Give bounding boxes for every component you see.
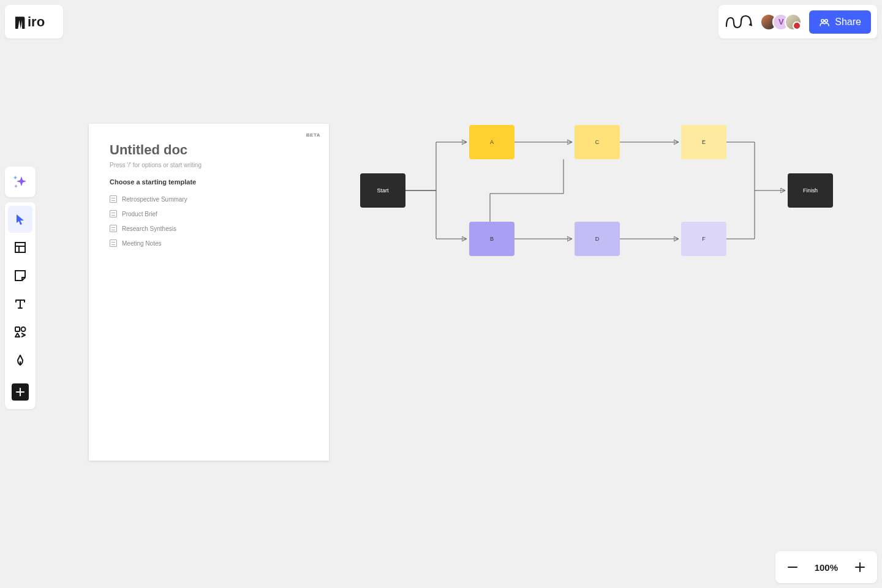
template-item-notes[interactable]: Meeting Notes [110,236,308,251]
talktrack-icon[interactable] [725,12,753,32]
pen-icon [13,353,27,367]
zoom-in-button[interactable] [848,555,872,579]
doc-icon [110,225,117,232]
frame-icon [13,241,27,254]
doc-title[interactable]: Untitled doc [110,142,308,158]
flow-node-f[interactable]: F [681,222,726,256]
node-label: D [595,236,600,242]
node-label: B [490,236,494,242]
select-tool[interactable] [8,206,32,233]
flow-node-start[interactable]: Start [360,173,405,208]
zoom-out-button[interactable] [780,555,805,579]
flow-node-d[interactable]: D [575,222,620,256]
node-label: C [595,139,600,145]
template-label: Product Brief [122,211,157,217]
avatar-user-3[interactable] [785,13,802,31]
share-icon [819,17,830,28]
shapes-icon [13,325,27,339]
document-card[interactable]: BETA Untitled doc Press '/' for options … [89,124,329,461]
miro-logo-icon: iro [15,15,53,29]
flow-node-finish[interactable]: Finish [788,173,833,208]
svg-rect-4 [15,243,25,252]
doc-icon [110,195,117,203]
node-label: E [702,139,706,145]
ai-tool-button[interactable] [5,167,36,197]
minus-icon [787,562,798,573]
avatar-initial: V [778,17,784,26]
app-logo[interactable]: iro [5,5,63,39]
doc-subhead: Choose a starting template [110,178,308,186]
template-item-brief[interactable]: Product Brief [110,206,308,221]
node-label: A [490,139,494,145]
node-label: Start [377,187,388,194]
zoom-controls: 100% [775,551,877,583]
svg-rect-7 [15,327,20,331]
template-item-research[interactable]: Research Synthesis [110,221,308,236]
share-label: Share [835,17,861,28]
node-label: Finish [803,187,818,194]
pen-tool[interactable] [8,347,32,374]
plus-icon [854,562,865,573]
flow-node-e[interactable]: E [681,125,726,159]
beta-badge: BETA [306,132,320,138]
svg-text:iro: iro [28,15,45,29]
doc-icon [110,239,117,247]
flow-node-a[interactable]: A [469,125,514,159]
svg-point-8 [21,327,26,331]
svg-point-3 [825,19,827,21]
zoom-level[interactable]: 100% [810,562,843,573]
svg-point-2 [821,19,824,21]
doc-icon [110,210,117,217]
doc-hint: Press '/' for options or start writing [110,162,308,168]
text-tool[interactable] [8,290,32,317]
sticky-note-icon [13,269,27,282]
template-item-retro[interactable]: Retrospective Summary [110,192,308,206]
header-right-panel: V Share [718,5,877,39]
node-label: F [702,236,706,242]
sparkle-icon [12,174,28,190]
frame-tool[interactable] [8,234,32,261]
add-tool[interactable] [8,379,32,405]
sticky-note-tool[interactable] [8,262,32,289]
flow-node-c[interactable]: C [575,125,620,159]
flow-node-b[interactable]: B [469,222,514,256]
cursor-icon [14,213,26,225]
template-label: Retrospective Summary [122,196,187,203]
share-button[interactable]: Share [809,10,871,34]
template-label: Research Synthesis [122,225,176,232]
text-icon [13,297,27,311]
template-label: Meeting Notes [122,240,161,247]
plus-icon [12,383,29,401]
left-toolbar [5,202,36,409]
shapes-tool[interactable] [8,318,32,345]
collaborator-avatars[interactable]: V [760,13,802,31]
